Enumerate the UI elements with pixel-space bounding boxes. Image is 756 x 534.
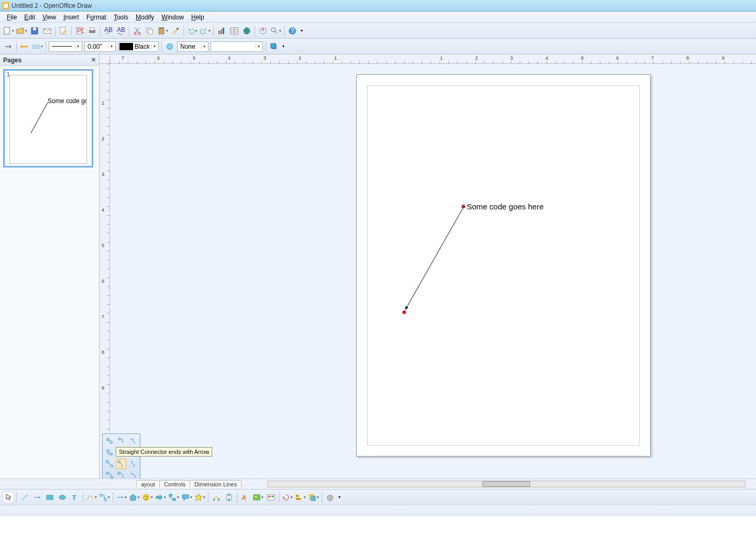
text-tool-icon[interactable]: T xyxy=(69,492,81,503)
paste-button[interactable] xyxy=(157,25,169,37)
menu-view[interactable]: View xyxy=(39,13,60,22)
line-arrow-tool-icon[interactable] xyxy=(31,492,43,503)
tab-dimension-lines[interactable]: Dimension Lines xyxy=(190,480,242,488)
menu-tools[interactable]: Tools xyxy=(110,13,132,22)
connector-picker-popup[interactable] xyxy=(102,433,140,483)
format-paintbrush-button[interactable] xyxy=(170,25,181,37)
ruler-horizontal[interactable]: /*ticks injected below*/ 765432112345678… xyxy=(110,54,756,64)
lines-arrows-tool-icon[interactable] xyxy=(115,492,127,503)
symbol-shapes-tool-icon[interactable] xyxy=(141,492,154,503)
new-button[interactable] xyxy=(3,25,15,37)
scrollbar-thumb[interactable] xyxy=(483,481,530,487)
align-icon[interactable] xyxy=(294,492,306,503)
menu-format[interactable]: Format xyxy=(83,13,110,22)
fontwork-icon[interactable]: A xyxy=(239,492,251,503)
menu-insert[interactable]: Insert xyxy=(60,13,83,22)
save-button[interactable] xyxy=(29,25,40,37)
line-fill-toolbar: ▾ 0.00"▾ Black▾ None▾ ▾ ▾ xyxy=(0,39,756,54)
menu-modify[interactable]: Modify xyxy=(132,13,158,22)
toolbar2-overflow[interactable]: ▾ xyxy=(281,41,286,52)
connector-tool-icon[interactable] xyxy=(98,492,111,503)
connector-standard-icon[interactable] xyxy=(104,436,115,446)
open-button[interactable] xyxy=(16,25,28,37)
stars-tool-icon[interactable] xyxy=(194,492,206,503)
line-style-combo[interactable]: ▾ xyxy=(49,41,82,52)
svg-text:ABC: ABC xyxy=(104,27,113,34)
arrow-style-button[interactable] xyxy=(3,41,14,52)
connector-straight-icon[interactable] xyxy=(104,459,115,469)
shadow-button[interactable] xyxy=(268,41,280,52)
arrange-icon[interactable] xyxy=(308,492,320,503)
zoom-button[interactable] xyxy=(270,25,282,37)
navigator-button[interactable] xyxy=(257,25,269,37)
pages-panel-title: Pages xyxy=(3,57,21,64)
print-button[interactable] xyxy=(86,25,98,37)
area-style-button[interactable] xyxy=(164,41,176,52)
pages-panel: Pages ✕ 1 Some code goes here xyxy=(0,54,100,479)
hyperlink-button[interactable] xyxy=(241,25,253,37)
line-style-button[interactable] xyxy=(31,41,43,52)
menu-window[interactable]: Window xyxy=(158,13,188,22)
svg-line-44 xyxy=(22,495,27,500)
svg-text:Some code goes here: Some code goes here xyxy=(48,97,86,105)
svg-point-52 xyxy=(143,494,149,500)
drawing-page[interactable]: Some code goes here xyxy=(356,74,651,457)
line-endings-button[interactable] xyxy=(19,41,30,52)
line-color-combo[interactable]: Black▾ xyxy=(118,41,159,52)
connector-standard-arrows-icon[interactable] xyxy=(128,436,138,446)
connector-endpoint-end[interactable] xyxy=(402,310,406,314)
rectangle-tool-icon[interactable] xyxy=(44,492,56,503)
help-button[interactable]: ? xyxy=(287,25,298,37)
connector-lines-icon[interactable] xyxy=(104,447,115,458)
flowchart-tool-icon[interactable] xyxy=(168,492,180,503)
page-thumbnail[interactable]: 1 Some code goes here xyxy=(3,69,93,168)
redo-button[interactable] xyxy=(199,25,211,37)
horizontal-scrollbar[interactable] xyxy=(267,481,746,487)
menu-file[interactable]: File xyxy=(3,13,20,22)
export-pdf-button[interactable]: PDF xyxy=(74,25,85,37)
cut-button[interactable] xyxy=(132,25,143,37)
svg-point-53 xyxy=(145,496,146,497)
rotate-icon[interactable] xyxy=(281,492,293,503)
undo-button[interactable] xyxy=(186,25,198,37)
menu-help[interactable]: Help xyxy=(188,13,208,22)
connector-standard-arrow-icon[interactable] xyxy=(116,436,126,446)
ruler-vertical[interactable]: 123456789 xyxy=(100,64,110,479)
spellcheck-button[interactable]: ABC xyxy=(103,25,114,37)
svg-rect-35 xyxy=(106,461,108,463)
menu-edit[interactable]: Edit xyxy=(20,13,39,22)
gallery-icon[interactable] xyxy=(265,492,277,503)
basic-shapes-tool-icon[interactable] xyxy=(128,492,140,503)
callouts-tool-icon[interactable] xyxy=(181,492,193,503)
from-file-icon[interactable] xyxy=(252,492,264,503)
email-button[interactable] xyxy=(41,25,53,37)
chart-button[interactable] xyxy=(216,25,227,37)
tab-layout[interactable]: ayout xyxy=(136,480,160,488)
copy-button[interactable] xyxy=(144,25,156,37)
auto-spellcheck-button[interactable]: ABC xyxy=(115,25,127,37)
curve-tool-icon[interactable] xyxy=(85,492,97,503)
tab-controls[interactable]: Controls xyxy=(159,480,190,488)
pages-panel-close-icon[interactable]: ✕ xyxy=(91,57,96,63)
glue-points-icon[interactable] xyxy=(223,492,235,503)
svg-rect-38 xyxy=(118,461,120,463)
connector-endpoint-start[interactable] xyxy=(462,205,465,208)
canvas[interactable]: Some code goes here xyxy=(110,64,756,479)
edit-points-icon[interactable] xyxy=(211,492,222,503)
line-width-combo[interactable]: 0.00"▾ xyxy=(84,41,116,52)
canvas-text[interactable]: Some code goes here xyxy=(467,202,544,211)
area-fill-value-combo[interactable]: ▾ xyxy=(211,41,263,52)
area-fill-type-combo[interactable]: None▾ xyxy=(177,41,209,52)
connector-straight-arrow-icon[interactable] xyxy=(116,459,126,469)
ellipse-tool-icon[interactable] xyxy=(57,492,68,503)
line-tool-icon[interactable] xyxy=(19,492,30,503)
extrusion-icon[interactable] xyxy=(324,492,336,503)
table-button[interactable] xyxy=(228,25,240,37)
connector-straight-arrows-icon[interactable] xyxy=(128,459,138,469)
window-title: Untitled 2 - OpenOffice Draw xyxy=(12,2,92,9)
edit-file-button[interactable] xyxy=(58,25,69,37)
toolbar-overflow[interactable]: ▾ xyxy=(299,25,304,37)
toolbar3-overflow[interactable]: ▾ xyxy=(337,492,342,503)
select-tool-icon[interactable] xyxy=(3,492,14,503)
block-arrows-tool-icon[interactable] xyxy=(155,492,167,503)
